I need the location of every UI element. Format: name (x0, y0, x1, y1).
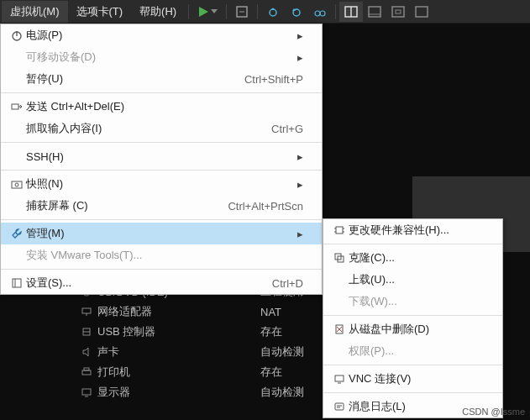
hw-value: 存在 (260, 365, 328, 380)
menu-vm[interactable]: 虚拟机(M) (2, 1, 68, 23)
svg-rect-16 (82, 308, 91, 313)
menu-separator (1, 142, 322, 143)
svg-rect-20 (82, 370, 91, 375)
svg-rect-21 (84, 368, 89, 370)
printer-icon (76, 366, 97, 378)
svg-rect-22 (82, 389, 91, 395)
svg-point-5 (315, 11, 320, 16)
menu-accelerator: Ctrl+Shift+P (244, 73, 303, 86)
submenu-upload[interactable]: 上载(U)... (323, 269, 502, 291)
view-unity-icon[interactable] (410, 2, 433, 22)
menu-tabs[interactable]: 选项卡(T) (68, 1, 132, 23)
hw-label: 打印机 (97, 365, 260, 380)
view-single-icon[interactable] (363, 2, 386, 22)
view-split-icon[interactable] (339, 2, 363, 22)
network-icon (76, 306, 97, 318)
menu-label: 快照(N) (26, 176, 281, 192)
menu-separator (323, 244, 502, 244)
menu-separator (1, 92, 322, 93)
submenu-arrow-icon: ▸ (297, 51, 303, 64)
menu-label: 发送 Ctrl+Alt+Del(E) (26, 99, 303, 114)
submenu-arrow-icon: ▸ (297, 29, 303, 42)
dropdown-arrow-icon (211, 9, 218, 13)
snapshot-revert-icon[interactable] (285, 2, 308, 22)
svg-rect-11 (392, 7, 404, 17)
menu-capture-screen[interactable]: 捕获屏幕 (C) Ctrl+Alt+PrtScn (1, 195, 322, 217)
hw-label: 显示器 (97, 385, 260, 400)
menu-power[interactable]: 电源(P) ▸ (1, 24, 322, 46)
menu-help[interactable]: 帮助(H) (131, 1, 185, 23)
vm-menu-dropdown: 电源(P) ▸ 可移动设备(D) ▸ 暂停(U) Ctrl+Shift+P 发送… (0, 24, 323, 295)
menu-manage[interactable]: 管理(M) ▸ (1, 223, 322, 244)
hw-row-sound[interactable]: 声卡 自动检测 (76, 342, 328, 362)
menu-label: 设置(S)... (26, 276, 247, 291)
menu-label: 捕获屏幕 (C) (26, 198, 202, 213)
menu-label: 上载(U)... (349, 272, 484, 287)
menu-label: 更改硬件兼容性(H)... (349, 223, 484, 238)
power-icon (8, 29, 26, 41)
menu-separator (1, 269, 322, 270)
submenu-hw-compat[interactable]: 更改硬件兼容性(H)... (323, 219, 502, 241)
submenu-download[interactable]: 下载(W)... (323, 291, 502, 312)
svg-rect-9 (369, 7, 380, 17)
usb-icon (76, 326, 97, 338)
menu-label: 下载(W)... (349, 294, 484, 309)
submenu-arrow-icon: ▸ (297, 150, 303, 163)
menubar: 虚拟机(M) 选项卡(T) 帮助(H) (0, 0, 530, 24)
svg-point-3 (270, 9, 276, 16)
menu-label: 电源(P) (26, 28, 281, 43)
menu-label: VNC 连接(V) (349, 371, 484, 386)
menu-label: 安装 VMware Tools(T)... (26, 248, 303, 263)
menu-snapshot[interactable]: 快照(N) ▸ (1, 173, 322, 195)
hardware-list: CD/DVD (IDE) 正在使用 网络适配器 NAT USB 控制器 存在 声… (76, 281, 328, 402)
watermark: CSDN @Issme (462, 407, 525, 417)
menu-send-cad[interactable]: 发送 Ctrl+Alt+Del(E) (1, 96, 322, 118)
hw-row-network[interactable]: 网络适配器 NAT (76, 302, 328, 322)
clone-icon (330, 252, 349, 264)
submenu-delete-from-disk[interactable]: 从磁盘中删除(D) (323, 318, 502, 340)
svg-rect-31 (336, 227, 343, 234)
menu-label: 暂停(U) (26, 71, 219, 87)
menu-label: 克隆(C)... (349, 250, 484, 265)
snapshot-manage-icon[interactable] (308, 2, 332, 22)
menu-pause[interactable]: 暂停(U) Ctrl+Shift+P (1, 68, 322, 90)
hw-label: USB 控制器 (97, 324, 260, 339)
svg-rect-41 (335, 375, 344, 381)
menu-separator (323, 315, 502, 316)
svg-rect-43 (335, 403, 344, 410)
menu-grab-input[interactable]: 抓取输入内容(I) Ctrl+G (1, 118, 322, 139)
settings-icon (8, 277, 26, 289)
menu-label: 从磁盘中删除(D) (349, 322, 484, 337)
menu-accelerator: Ctrl+G (271, 123, 303, 135)
delete-icon (330, 323, 349, 335)
menu-separator (323, 365, 502, 365)
submenu-vnc[interactable]: VNC 连接(V) (323, 368, 502, 390)
menu-label: 可移动设备(D) (26, 50, 281, 65)
menu-label: 权限(P)... (349, 344, 484, 359)
log-icon (330, 401, 349, 412)
menu-removable-devices[interactable]: 可移动设备(D) ▸ (1, 46, 322, 68)
hw-row-usb[interactable]: USB 控制器 存在 (76, 322, 328, 342)
snapshot-take-icon[interactable] (261, 2, 285, 22)
separator (188, 4, 189, 19)
display-icon (76, 386, 97, 398)
svg-rect-27 (12, 181, 22, 188)
view-fullscreen-icon[interactable] (386, 2, 410, 22)
menu-install-tools[interactable]: 安装 VMware Tools(T)... (1, 244, 322, 266)
menu-settings[interactable]: 设置(S)... Ctrl+D (1, 272, 322, 294)
hw-value: NAT (260, 306, 328, 318)
menu-ssh[interactable]: SSH(H) ▸ (1, 145, 322, 167)
chip-icon (330, 224, 349, 236)
submenu-clone[interactable]: 克隆(C)... (323, 247, 502, 269)
hw-row-printer[interactable]: 打印机 存在 (76, 362, 328, 382)
toolbar-icon-1[interactable] (230, 2, 254, 22)
menu-accelerator: Ctrl+D (272, 277, 303, 290)
manage-submenu: 更改硬件兼容性(H)... 克隆(C)... 上载(U)... 下载(W)...… (323, 218, 503, 418)
hw-label: 声卡 (97, 344, 260, 360)
submenu-permissions[interactable]: 权限(P)... (323, 340, 502, 362)
menu-separator (323, 392, 502, 393)
hw-row-display[interactable]: 显示器 自动检测 (76, 382, 328, 402)
submenu-arrow-icon: ▸ (297, 178, 303, 191)
play-button[interactable] (192, 3, 223, 21)
svg-marker-0 (199, 7, 208, 17)
